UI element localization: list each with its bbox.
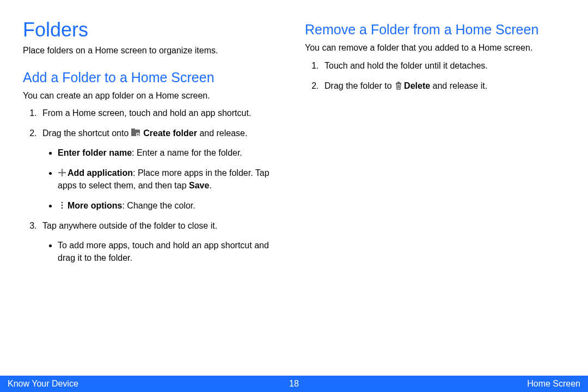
step-2-text-b: and release.	[199, 128, 247, 138]
footer-right: Home Screen	[527, 379, 580, 389]
step-1: From a Home screen, touch and hold an ap…	[39, 107, 283, 119]
bullet-1-rest: : Enter a name for the folder.	[132, 148, 242, 157]
step-3-text: Tap anywhere outside of the folder to cl…	[42, 221, 217, 230]
delete-icon	[394, 81, 403, 89]
add-folder-desc: You can create an app folder on a Home s…	[23, 90, 283, 102]
remove-folder-steps: Touch and hold the folder until it detac…	[305, 59, 565, 92]
bullet-2-bold2: Save	[189, 181, 209, 190]
svg-rect-6	[58, 172, 66, 173]
bullet-2-rest2: .	[209, 181, 211, 190]
bullet-2-bold: Add application	[68, 168, 133, 177]
r-step-2-b: and release it.	[433, 81, 488, 90]
footer-left: Know Your Device	[8, 379, 78, 389]
r-step-2-a: Drag the folder to	[324, 81, 394, 90]
create-folder-icon	[131, 128, 140, 137]
step-3: Tap anywhere outside of the folder to cl…	[39, 219, 283, 264]
heading-remove-folder: Remove a Folder from a Home Screen	[305, 22, 565, 38]
r-step-1: Touch and hold the folder until it detac…	[321, 59, 565, 72]
right-column: Remove a Folder from a Home Screen You c…	[305, 19, 565, 272]
more-options-icon	[58, 200, 66, 209]
r-step-2-bold: Delete	[404, 81, 430, 90]
svg-rect-11	[397, 82, 400, 83]
step-2: Drag the shortcut onto Create folder and…	[39, 127, 283, 212]
svg-point-9	[61, 207, 63, 209]
heading-add-folder: Add a Folder to a Home Screen	[23, 70, 283, 85]
svg-rect-4	[137, 134, 139, 135]
bullet-enter-folder-name: Enter folder name: Enter a name for the …	[58, 146, 283, 159]
heading-folders: Folders	[23, 19, 283, 41]
plus-icon	[58, 168, 66, 176]
step-2-bold: Create folder	[143, 128, 197, 138]
bullet-add-application: Add application: Place more apps in the …	[58, 167, 283, 192]
bullet-3-rest: : Change the color.	[122, 201, 195, 210]
remove-folder-desc: You can remove a folder that you added t…	[305, 42, 565, 54]
left-column: Folders Place folders on a Home screen t…	[23, 19, 283, 272]
svg-rect-1	[131, 128, 135, 130]
step-3-bullet-1: To add more apps, touch and hold an app …	[58, 239, 283, 264]
svg-point-8	[61, 205, 63, 206]
step-3-bullets: To add more apps, touch and hold an app …	[42, 239, 283, 264]
svg-point-7	[61, 202, 63, 204]
step-2-bullets: Enter folder name: Enter a name for the …	[42, 146, 283, 212]
step-2-text-a: Drag the shortcut onto	[42, 128, 131, 138]
intro-text: Place folders on a Home screen to organi…	[23, 45, 283, 57]
bullet-1-bold: Enter folder name	[58, 148, 132, 157]
bullet-more-options: More options: Change the color.	[58, 199, 283, 212]
page-number: 18	[289, 379, 299, 389]
content-area: Folders Place folders on a Home screen t…	[0, 0, 588, 272]
page-footer: Know Your Device 18 Home Screen	[0, 376, 588, 392]
r-step-2: Drag the folder to Delete and release it…	[321, 79, 565, 92]
add-folder-steps: From a Home screen, touch and hold an ap…	[23, 107, 283, 264]
bullet-3-bold: More options	[68, 201, 122, 210]
